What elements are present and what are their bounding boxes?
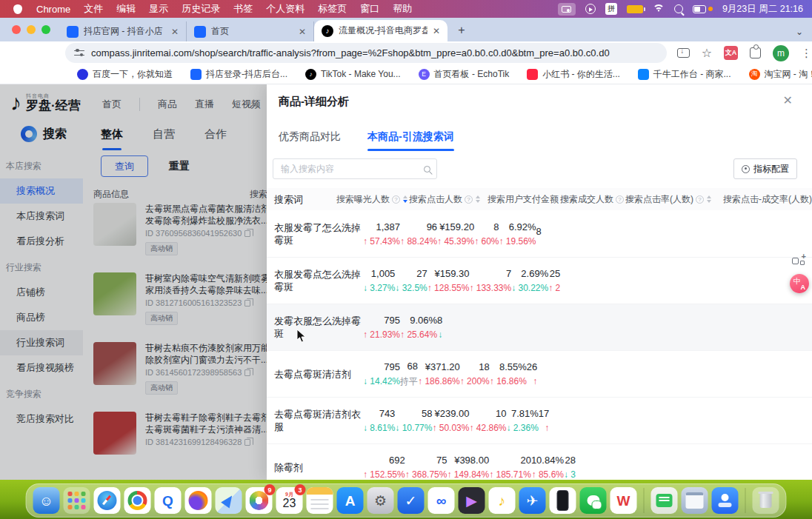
table-row[interactable]: 去霉点霉斑清洁剂 795 ↓ 14.42% 68 持平 (267, 350, 812, 397)
bookmark-favicon (527, 69, 538, 80)
menubar-item[interactable]: 编辑 (110, 2, 142, 16)
close-window-button[interactable] (12, 25, 21, 34)
browser-menu-icon[interactable]: ⋮ (801, 47, 812, 60)
menubar-datetime[interactable]: 9月23日 周二 21:16 (722, 3, 803, 16)
browser-tab[interactable]: 首页 ✕ (187, 21, 314, 41)
install-app-icon[interactable] (677, 48, 690, 58)
bookmark-item[interactable]: 百度一下，你就知道 (77, 68, 173, 81)
dock-app-icon[interactable] (682, 487, 708, 514)
dock-app-icon[interactable]: ☺ (33, 487, 60, 514)
table-row[interactable]: 去霉点霉斑清洁剂衣服 743 ↓ 8.61% 58 ↓ 10.77% (267, 397, 812, 443)
modal-tab[interactable]: 本商品-引流搜索词 (367, 130, 454, 144)
menubar-item[interactable]: 历史记录 (175, 2, 227, 16)
menubar-item[interactable]: 文件 (77, 2, 110, 16)
screen-share-icon[interactable] (558, 3, 576, 16)
dock-separator (745, 488, 746, 513)
bookmark-label: 首页看板 - EchoTik (434, 68, 510, 81)
bookmark-item[interactable]: 抖店登录-抖店后台... (190, 68, 287, 81)
site-controls-icon[interactable] (74, 49, 84, 58)
input-method-icon[interactable]: 拼 (605, 3, 617, 15)
spotlight-search-icon[interactable] (674, 4, 683, 13)
screenshot-extension-icon[interactable]: + (791, 253, 806, 268)
metric-cell: 10.84% ↑ 85.6% (531, 455, 564, 480)
zoom-window-button[interactable] (41, 25, 50, 34)
help-icon[interactable]: ? (696, 195, 704, 204)
bookmark-label: 千牛工作台 - 商家... (653, 68, 731, 81)
profile-avatar[interactable]: m (773, 45, 789, 61)
metric-value: 8 (536, 226, 542, 237)
bookmark-favicon: ♪ (305, 69, 316, 80)
help-icon[interactable]: ? (392, 195, 400, 204)
tab-close-icon[interactable]: ✕ (433, 26, 440, 36)
wifi-icon[interactable] (653, 4, 665, 13)
keyword-search-input[interactable] (279, 163, 424, 175)
dock-app-icon[interactable]: Q (155, 487, 182, 514)
dock-app-icon[interactable]: 9月 23 3 (276, 487, 303, 514)
new-tab-button[interactable]: + (452, 21, 471, 40)
bookmark-item[interactable]: E 首页看板 - EchoTik (419, 68, 510, 81)
metric-cell: 27 ↓ 32.5% (395, 268, 427, 293)
dock-app-icon[interactable]: ✓ (398, 487, 425, 514)
bookmark-item[interactable]: ♪ TikTok - Make You... (305, 69, 401, 80)
translate-float-button[interactable]: 中 A (790, 274, 809, 293)
control-center-icon[interactable] (693, 5, 713, 13)
apple-icon[interactable] (13, 4, 22, 14)
minimize-window-button[interactable] (27, 25, 36, 34)
bookmark-item[interactable]: 千牛工作台 - 商家... (638, 68, 731, 81)
browser-tab[interactable]: 抖店官网 - 抖音小店，抖音电... ✕ (59, 21, 187, 41)
dock-app-icon[interactable] (64, 487, 90, 514)
dock-app-icon[interactable] (185, 487, 212, 514)
help-icon[interactable]: ? (465, 195, 473, 204)
bookmark-item[interactable]: 淘 淘宝网 - 淘！我喜欢 (749, 68, 812, 81)
dock-app-icon[interactable]: ♪ (489, 487, 516, 514)
tab-list-chevron-icon[interactable]: ⌄ (796, 27, 812, 37)
keyword-search-box[interactable] (273, 158, 437, 179)
url-text[interactable]: compass.jinritemai.com/shop/search/traff… (91, 47, 610, 58)
menubar-item[interactable]: 书签 (227, 2, 259, 16)
metric-value: 25 (550, 268, 560, 279)
tab-close-icon[interactable]: ✕ (299, 27, 306, 37)
metric-cell: 7 ↑ 133.33% (469, 268, 511, 293)
menubar-item[interactable]: 标签页 (311, 2, 353, 16)
table-row[interactable]: 发霉衣服怎么洗掉霉斑 795 ↑ 21.93% (267, 304, 812, 350)
dock-app-icon[interactable]: ✈ (519, 487, 546, 514)
battery-icon[interactable] (627, 5, 643, 13)
dock-app-icon[interactable] (216, 487, 242, 514)
metric-delta: ↑ (533, 376, 537, 386)
modal-tab[interactable]: 优秀商品对比 (279, 130, 341, 144)
table-row[interactable]: 衣服发霉点怎么洗掉霉斑 1,005 ↓ 3.27% 27 ↓ 32.5% (267, 257, 812, 304)
dock-app-icon[interactable]: ∞ (428, 487, 455, 514)
dock-app-icon[interactable]: A (337, 487, 364, 514)
extensions-puzzle-icon[interactable] (750, 47, 761, 58)
translate-extension-icon[interactable]: 文A (724, 46, 738, 60)
dock-app-icon[interactable]: ⚙ (367, 487, 394, 514)
table-row[interactable]: 衣服发霉了怎么洗掉霉斑 1,387 ↑ 57.43% 96 ↑ 88.24% (267, 210, 812, 257)
dock-app-icon[interactable] (307, 487, 333, 514)
menubar-item[interactable]: Chrome (30, 4, 77, 15)
address-bar[interactable]: compass.jinritemai.com/shop/search/traff… (65, 43, 667, 63)
dock-app-icon[interactable]: ▶ (459, 487, 485, 514)
metric-config-button[interactable]: 指标配置 (733, 158, 797, 179)
record-icon[interactable] (585, 4, 596, 14)
dock-app-icon[interactable] (580, 487, 607, 514)
table-row[interactable]: 除霉剂 692 ↑ 152.55% 75 ↑ 368.75% (267, 443, 812, 480)
dock-app-icon[interactable] (550, 487, 576, 514)
dock-app-icon[interactable]: 9 (246, 487, 273, 514)
bookmark-star-icon[interactable]: ☆ (702, 47, 712, 59)
menubar-item[interactable]: 窗口 (353, 2, 386, 16)
dock-app-icon[interactable] (94, 487, 121, 514)
dock-app-icon[interactable] (651, 487, 678, 514)
menubar-item[interactable]: 显示 (142, 2, 175, 16)
menubar-item[interactable]: 帮助 (386, 2, 419, 16)
dock-app-icon[interactable] (712, 487, 739, 514)
browser-tab[interactable]: ♪ 流量概况-抖音电商罗盘 ✕ (314, 20, 447, 41)
search-magnifier-icon[interactable] (424, 166, 430, 173)
tab-close-icon[interactable]: ✕ (171, 27, 179, 37)
trash-icon[interactable] (753, 487, 779, 514)
dock-app-icon[interactable] (124, 487, 151, 514)
modal-close-icon[interactable]: ✕ (783, 93, 793, 107)
help-icon[interactable]: ? (616, 195, 624, 204)
bookmark-item[interactable]: 小红书 - 你的生活... (527, 68, 620, 81)
dock-app-icon[interactable]: W (610, 487, 637, 514)
menubar-item[interactable]: 个人资料 (259, 2, 311, 16)
